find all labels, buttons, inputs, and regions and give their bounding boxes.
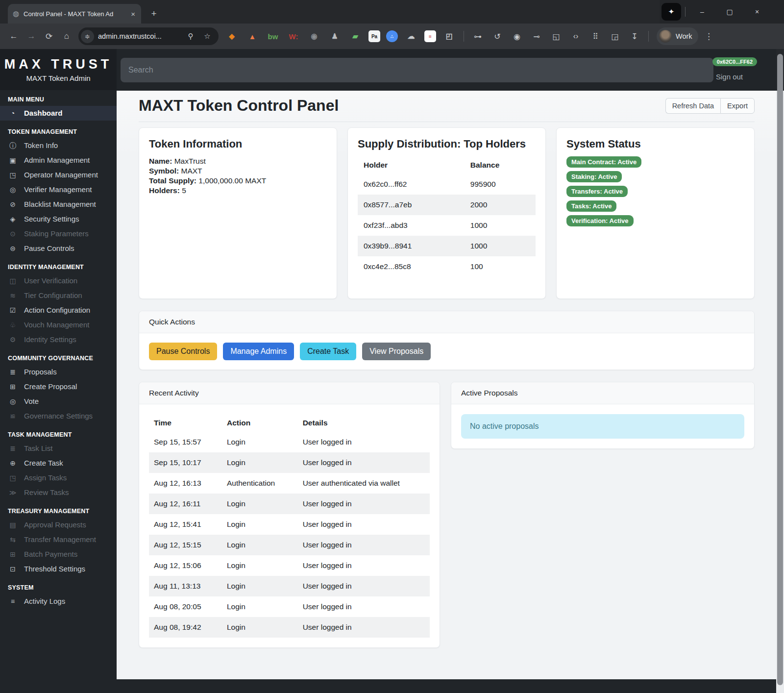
token-info-field: Symbol: MAXT [149,166,327,176]
profile-button[interactable]: Work [657,27,698,45]
forward-icon[interactable]: → [23,31,40,41]
bookmark-star-icon[interactable]: ☆ [201,32,214,41]
close-button[interactable]: × [743,0,771,24]
sparkle-button[interactable]: ✦ [662,3,681,21]
sidebar-item-label: Assign Tasks [24,474,67,482]
link-icon[interactable]: ⊸ [529,30,544,43]
sidebar-item[interactable]: ⇆ Transfer Management [0,532,117,547]
sidebar-item[interactable]: ≌ Governance Settings [0,409,117,423]
activity-action: Login [222,514,298,535]
qr-code-icon[interactable]: ⠿ [588,30,603,43]
sidebar-item[interactable]: ≣ Proposals [0,365,117,379]
browser-tab[interactable]: ◍ Control Panel - MAXT Token Ad × [8,4,141,24]
extensions-puzzle-icon[interactable]: ◰ [442,30,457,43]
sidebar-item[interactable]: ◳ Operator Management [0,168,117,182]
sidebar-item[interactable]: ⚙ Identity Settings [0,332,117,347]
sidebar-item[interactable]: ⊞ Batch Payments [0,547,117,562]
sidebar-item[interactable]: ◈ Security Settings [0,212,117,226]
table-row: Aug 12, 16:13 Authentication User authen… [149,473,430,494]
scrollbar[interactable] [776,49,784,693]
sidebar-item[interactable]: ≫ Review Tasks [0,485,117,500]
export-button[interactable]: Export [720,98,755,114]
privacy-icon[interactable]: ◉ [510,30,524,43]
sidebar-item[interactable]: ◔ Dashboard [0,106,117,121]
brand-title: MAX TRUST [4,57,113,72]
refresh-data-button[interactable]: Refresh Data [665,98,720,114]
lighthouse-icon[interactable]: ▲ [245,30,260,43]
section-label: MAIN MENU [0,94,117,106]
quick-action-button[interactable]: View Proposals [362,343,431,360]
search-input[interactable] [121,58,713,82]
folder-icon[interactable]: ▰ [348,30,363,43]
token-info-field: Total Supply: 1,000,000.00 MAXT [149,176,327,186]
sidebar-item[interactable]: ≣ Task List [0,441,117,456]
sign-out-link[interactable]: Sign out [716,73,743,81]
sidebar-item[interactable]: ☑ Action Configuration [0,303,117,318]
sidebar-item[interactable]: ▤ Approval Requests [0,518,117,532]
reload-icon[interactable]: ⟳ [40,31,58,42]
address-bar[interactable]: ≑ admin.maxtrustcoi... ⚲ ☆ [78,27,219,45]
sidebar-item[interactable]: ⓘ Token Info [0,138,117,153]
sidebar-item[interactable]: ◎ Vote [0,394,117,409]
sidebar-item[interactable]: ♧ Vouch Management [0,318,117,332]
double-check-icon: ≫ [8,489,18,496]
key-icon[interactable]: ⊶ [470,30,485,43]
target-icon[interactable]: ◉ [307,30,321,43]
quick-action-button[interactable]: Create Task [300,343,356,360]
quick-action-button[interactable]: Manage Admins [223,343,294,360]
bottom-cards-row: Recent Activity Time Action Details [139,382,755,648]
new-tab-button[interactable]: + [147,7,161,21]
clipboard-check-icon: ▤ [8,521,18,529]
no-proposals-alert: No active proposals [461,414,744,439]
sidebar-item[interactable]: ⊡ Threshold Settings [0,562,117,576]
sidebar-item-label: Threshold Settings [24,565,85,573]
sidebar-item-label: Batch Payments [24,550,77,558]
active-proposals-body: No active proposals [451,404,754,448]
wot-icon[interactable]: W: [286,30,301,43]
zoom-icon[interactable]: ⚲ [184,32,197,41]
quick-action-button[interactable]: Pause Controls [149,343,217,360]
sidebar-item[interactable]: ≋ Tier Configuration [0,288,117,303]
sidebar-item[interactable]: ◎ Verifier Management [0,182,117,197]
sidebar-item[interactable]: ◫ User Verification [0,273,117,288]
sidebar-item[interactable]: ⊜ Pause Controls [0,241,117,256]
menu-kebab-icon[interactable]: ⋮ [700,31,718,42]
page-topbar: 0x62C0...FF62 Sign out [117,49,784,91]
sidebar-item[interactable]: ⊞ Create Proposal [0,379,117,394]
metamask-icon[interactable]: ◆ [224,30,239,43]
home-icon[interactable]: ⌂ [58,31,75,41]
sidebar-item[interactable]: ⊕ Create Task [0,456,117,470]
bw-icon[interactable]: bw [266,30,280,43]
section-token-management: ⓘ Token Info ▣ Admin Management ◳ Operat… [0,138,117,256]
cloud-icon[interactable]: ☁ [404,30,418,43]
code-icon[interactable]: ‹› [568,30,583,43]
back-icon[interactable]: ← [5,31,23,41]
sidebar-item[interactable]: ▣ Admin Management [0,153,117,168]
figure-icon[interactable]: ♟ [327,30,342,43]
close-tab-icon[interactable]: × [130,10,136,18]
card-title: Supply Distribution: Top Holders [358,138,536,150]
minimize-button[interactable]: – [688,0,716,24]
sidebar-item[interactable]: ≡ Activity Logs [0,594,117,609]
scrollbar-thumb[interactable] [777,54,783,685]
download-icon[interactable]: ↧ [627,30,642,43]
activity-time: Aug 12, 15:41 [149,514,222,535]
sidebar-item-label: Vote [24,397,39,405]
sidebar-item-label: Vouch Management [24,321,89,329]
sidebar-item[interactable]: ⊙ Staking Parameters [0,226,117,241]
sidebar-item-label: Activity Logs [24,597,65,605]
devices-icon[interactable]: ◱ [549,30,564,43]
password-icon[interactable]: Pa [368,30,380,42]
sidebar-item[interactable]: ⊘ Blacklist Management [0,197,117,212]
site-settings-icon[interactable]: ≑ [81,30,94,43]
notes-icon[interactable]: ≡ [424,30,436,42]
maximize-button[interactable]: ▢ [716,0,743,24]
activity-details: User authenticated via wallet [298,473,430,494]
sidebar-item-label: Identity Settings [24,336,76,344]
sidebar-item-label: Create Task [24,459,63,467]
history-icon[interactable]: ↺ [490,30,505,43]
share-icon[interactable]: ∴ [386,30,398,42]
sidebar-item[interactable]: ◳ Assign Tasks [0,470,117,485]
holders-table: Holder Balance 0x62c0...ff62 995900 [358,156,536,277]
page-search-icon[interactable]: ◲ [608,30,622,43]
